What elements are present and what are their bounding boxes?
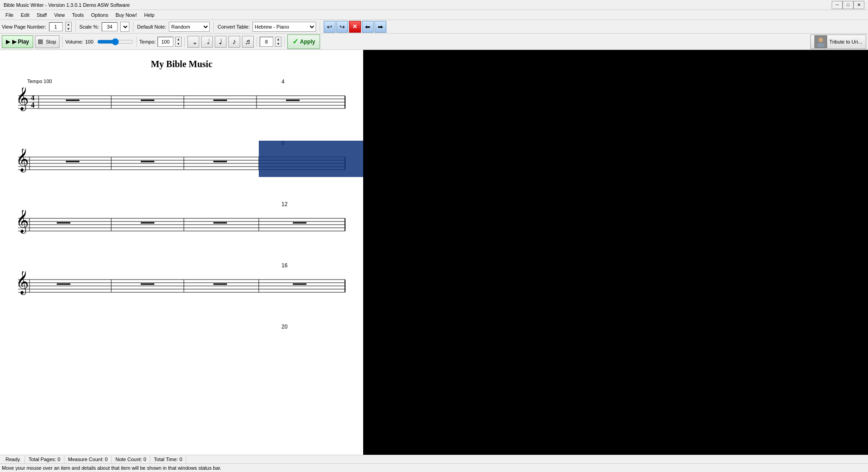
note-count-input[interactable] bbox=[260, 37, 273, 47]
menu-staff[interactable]: Staff bbox=[33, 11, 50, 19]
staff-svg-3: 𝄞 bbox=[14, 210, 350, 235]
convert-table-label: Convert Table: bbox=[217, 24, 250, 30]
note-count-down[interactable]: ▼ bbox=[276, 42, 281, 46]
menu-view[interactable]: View bbox=[50, 11, 69, 19]
total-time-text: Total Time: 0 bbox=[154, 457, 182, 462]
status-total-time: Total Time: 0 bbox=[150, 456, 186, 463]
stop-button[interactable]: Stop bbox=[35, 35, 59, 48]
note-count-spinner[interactable]: ▲ ▼ bbox=[275, 37, 281, 47]
menu-buynow[interactable]: Buy Now! bbox=[112, 11, 140, 19]
scale-label: Scale %: bbox=[79, 24, 99, 30]
staff-row-5: 20 bbox=[14, 324, 350, 333]
whole-note-button[interactable]: 𝅝 bbox=[187, 36, 199, 48]
svg-text:𝄞: 𝄞 bbox=[16, 149, 29, 172]
svg-point-1 bbox=[817, 43, 824, 47]
measure-count-text: Measure Count: 0 bbox=[68, 457, 108, 462]
menu-help[interactable]: Help bbox=[140, 11, 158, 19]
total-pages-text: Total Pages: 0 bbox=[29, 457, 60, 462]
menu-options[interactable]: Options bbox=[87, 11, 112, 19]
nav-buttons: ↩ ↪ ✕ ⬅ ➡ bbox=[324, 21, 386, 33]
page-down-arrow[interactable]: ▼ bbox=[66, 27, 71, 31]
app-title: Bible Music Writer - Version 1.3.0.1 Dem… bbox=[4, 2, 130, 8]
svg-text:𝄞: 𝄞 bbox=[16, 88, 29, 111]
close-button[interactable]: ✕ bbox=[853, 1, 864, 9]
tempo-down-arrow[interactable]: ▼ bbox=[176, 42, 181, 46]
quarter-note-button[interactable]: ♩ bbox=[215, 36, 227, 48]
tempo-up-arrow[interactable]: ▲ bbox=[176, 37, 181, 42]
tempo-label-text: Tempo 100 bbox=[27, 79, 52, 84]
hint-text: Move your mouse over an item and details… bbox=[2, 465, 222, 471]
sep8 bbox=[256, 37, 257, 47]
scale-select[interactable]: 34 bbox=[120, 22, 129, 32]
restore-button[interactable]: □ bbox=[843, 1, 853, 9]
page-number-input[interactable] bbox=[49, 22, 63, 31]
menu-bar: File Edit Staff View Tools Options Buy N… bbox=[0, 10, 868, 20]
svg-point-0 bbox=[819, 38, 823, 42]
default-note-select[interactable]: Random C D E bbox=[169, 22, 210, 32]
status-ready: Ready. bbox=[2, 456, 25, 463]
volume-slider[interactable] bbox=[97, 38, 133, 45]
sep7 bbox=[184, 37, 185, 47]
forward-button[interactable]: ↪ bbox=[336, 21, 348, 33]
tribute-button[interactable]: Tribute to Uri... bbox=[810, 34, 866, 49]
status-bar-top: Ready. Total Pages: 0 Measure Count: 0 N… bbox=[0, 456, 868, 464]
sep5 bbox=[62, 37, 63, 47]
apply-button[interactable]: ✓ Apply bbox=[287, 34, 320, 49]
svg-text:4: 4 bbox=[31, 94, 35, 102]
default-note-label: Default Note: bbox=[137, 24, 166, 30]
menu-file[interactable]: File bbox=[2, 11, 17, 19]
sep9 bbox=[284, 37, 285, 47]
note-count-text: Note Count: 0 bbox=[115, 457, 146, 462]
play-button[interactable]: ▶ ▶ Play bbox=[2, 35, 33, 48]
sixteenth-note-button[interactable]: ♬ bbox=[242, 36, 254, 48]
ready-text: Ready. bbox=[5, 457, 21, 462]
stop-nav-button[interactable]: ✕ bbox=[349, 21, 361, 33]
svg-text:𝄞: 𝄞 bbox=[16, 271, 29, 295]
title-bar: Bible Music Writer - Version 1.3.0.1 Dem… bbox=[0, 0, 868, 10]
right-arrow-button[interactable]: ➡ bbox=[375, 21, 386, 33]
play-label: ▶ Play bbox=[12, 39, 29, 45]
back-button[interactable]: ↩ bbox=[324, 21, 335, 33]
page-number-spinner[interactable]: ▲ ▼ bbox=[65, 22, 72, 32]
left-arrow-icon: ⬅ bbox=[365, 23, 370, 30]
check-icon: ✓ bbox=[292, 37, 298, 46]
status-measure-count: Measure Count: 0 bbox=[64, 456, 112, 463]
avatar bbox=[814, 35, 827, 48]
svg-text:𝄞: 𝄞 bbox=[16, 210, 29, 234]
menu-edit[interactable]: Edit bbox=[17, 11, 33, 19]
score-area[interactable]: My Bible Music Tempo 100 4 𝄞 4 4 bbox=[0, 50, 363, 455]
tempo-label: Tempo: bbox=[139, 39, 156, 44]
sep1 bbox=[75, 22, 76, 32]
measure-number-16: 16 bbox=[281, 262, 287, 269]
sep3 bbox=[213, 22, 214, 32]
staff-svg-1: 𝄞 4 4 bbox=[14, 88, 350, 113]
measure-number-20: 20 bbox=[281, 324, 287, 330]
sep4 bbox=[320, 22, 320, 32]
tribute-label: Tribute to Uri... bbox=[829, 39, 862, 44]
note-count-up[interactable]: ▲ bbox=[276, 37, 281, 42]
measure-number-4: 4 bbox=[281, 79, 285, 85]
page-up-arrow[interactable]: ▲ bbox=[66, 22, 71, 27]
main-content: My Bible Music Tempo 100 4 𝄞 4 4 bbox=[0, 50, 868, 455]
menu-tools[interactable]: Tools bbox=[69, 11, 88, 19]
tempo-spinner[interactable]: ▲ ▼ bbox=[175, 37, 182, 47]
staff-row-3: 12 𝄞 bbox=[14, 201, 350, 235]
staff-row-2: 8 𝄞 bbox=[14, 140, 350, 174]
eighth-note-button[interactable]: ♪ bbox=[228, 36, 240, 48]
play-icon: ▶ bbox=[6, 39, 10, 45]
right-panel bbox=[363, 50, 868, 455]
minimize-button[interactable]: ─ bbox=[832, 1, 843, 9]
stop-label: Stop bbox=[46, 39, 56, 44]
staff-row-1: Tempo 100 4 𝄞 4 4 bbox=[14, 79, 350, 113]
forward-icon: ↪ bbox=[340, 23, 345, 30]
status-bar: Ready. Total Pages: 0 Measure Count: 0 N… bbox=[0, 455, 868, 472]
left-arrow-button[interactable]: ⬅ bbox=[362, 21, 374, 33]
status-note-count: Note Count: 0 bbox=[112, 456, 150, 463]
sep6 bbox=[136, 37, 137, 47]
tempo-input[interactable] bbox=[158, 37, 173, 47]
right-arrow-icon: ➡ bbox=[378, 23, 383, 30]
half-note-button[interactable]: 𝅗𝅥 bbox=[201, 36, 213, 48]
scale-input[interactable] bbox=[102, 22, 118, 31]
convert-table-select[interactable]: Hebrew - Piano bbox=[252, 22, 316, 32]
back-icon: ↩ bbox=[327, 23, 332, 30]
